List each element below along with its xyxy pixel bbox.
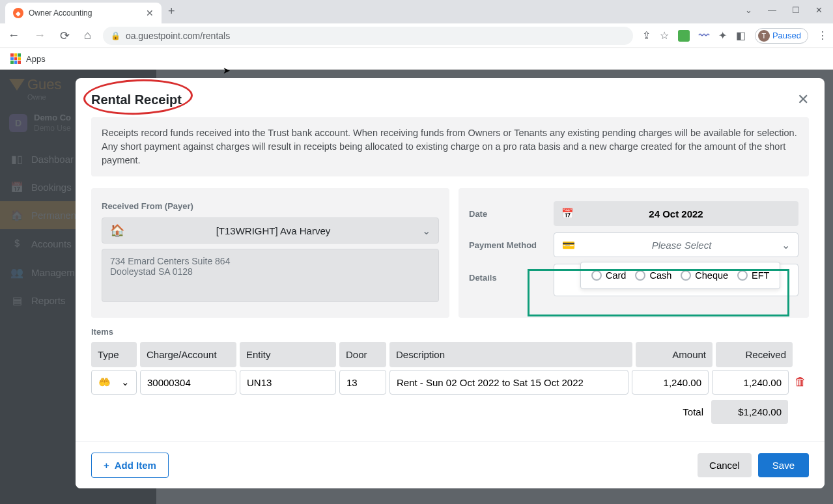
total-row: Total $1,240.00 [91,400,809,424]
radio-icon [635,270,645,281]
bookmark-star-icon[interactable]: ☆ [660,29,669,42]
home-icon[interactable]: ⌂ [81,26,94,45]
calendar-icon: 📅 [561,208,574,219]
card-icon: 💳 [562,239,575,251]
payment-panel: Date 📅 24 Oct 2022 Payment Method 💳 Plea… [459,188,809,318]
chevron-down-icon: ⌄ [422,225,431,237]
date-input[interactable]: 📅 24 Oct 2022 [554,201,798,226]
payment-method-select[interactable]: 💳 Please Select ⌄ [554,232,798,257]
add-item-button[interactable]: + Add Item [91,453,169,478]
total-value: $1,240.00 [711,400,788,424]
bookmarks-bar: Apps [0,48,833,70]
new-tab-button[interactable]: + [162,0,182,23]
th-desc: Description [389,342,632,367]
th-type: Type [91,342,137,367]
payer-label: Received From (Payer) [102,201,439,211]
modal-rental-receipt: Rental Receipt ✕ Receipts record funds r… [76,78,825,488]
paused-label: Paused [772,31,801,40]
info-box: Receipts record funds received into the … [91,117,809,176]
close-icon[interactable]: ✕ [797,91,809,108]
extension-2-icon[interactable]: 〰 [699,30,709,42]
amount-input[interactable]: 1,240.00 [632,370,709,395]
payer-address[interactable] [102,249,439,302]
favicon-icon: ◆ [13,8,23,18]
browser-tab[interactable]: ◆ Owner Accounting ✕ [5,3,162,23]
extensions-icon[interactable]: ✦ [718,29,727,42]
radio-eft[interactable]: EFT [737,270,769,281]
address-bar: ← → ⟳ ⌂ 🔒 oa.guestpoint.com/rentals ⇪ ☆ … [0,23,833,48]
date-label: Date [469,209,547,219]
minimize-icon[interactable]: — [768,5,776,15]
radio-icon [737,270,748,281]
payer-value: [T13WRIGHT] Ava Harvey [131,225,416,236]
charge-input[interactable]: 30000304 [140,370,236,395]
method-placeholder: Please Select [582,240,782,251]
save-button[interactable]: Save [758,453,809,477]
tab-title: Owner Accounting [29,8,92,18]
chevron-down-icon: ⌄ [121,376,130,388]
radio-cash[interactable]: Cash [635,270,671,281]
details-input[interactable]: Card Cash Cheque EFT [554,264,798,296]
back-icon[interactable]: ← [5,26,22,45]
desc-input[interactable]: Rent - Sun 02 Oct 2022 to Sat 15 Oct 202… [389,370,628,395]
payment-type-dropdown: Card Cash Cheque EFT [580,262,780,289]
profile-avatar-icon: T [758,30,770,42]
modal-title: Rental Receipt [91,92,182,107]
lock-icon: 🔒 [111,31,120,40]
radio-icon [681,270,691,281]
add-item-label: Add Item [115,460,156,471]
received-input[interactable]: 1,240.00 [712,370,789,395]
addr-right: ⇪ ☆ 〰 ✦ ◧ T Paused ⋮ [642,28,828,44]
date-value: 24 Oct 2022 [649,208,703,219]
apps-grid-icon[interactable] [10,53,21,64]
browser-chrome: ⌄ — ☐ ✕ ◆ Owner Accounting ✕ + ← → ⟳ ⌂ 🔒… [0,0,833,70]
th-amount: Amount [636,342,713,367]
method-label: Payment Method [469,240,547,250]
menu-dots-icon[interactable]: ⋮ [817,29,828,42]
reload-icon[interactable]: ⟳ [57,26,72,46]
th-entity: Entity [240,342,336,367]
forward-icon[interactable]: → [31,26,48,45]
type-select[interactable]: 🤲⌄ [91,370,137,395]
house-icon: 🏠 [110,223,124,238]
share-icon[interactable]: ⇪ [642,29,651,42]
sidepanel-icon[interactable]: ◧ [736,29,746,42]
radio-cheque[interactable]: Cheque [681,270,728,281]
th-charge: Charge/Account [140,342,236,367]
radio-card[interactable]: Card [591,270,626,281]
items-header-row: Type Charge/Account Entity Door Descript… [91,342,809,367]
items-row: 🤲⌄ 30000304 UN13 13 Rent - Sun 02 Oct 20… [91,370,809,395]
payer-panel: Received From (Payer) 🏠 [T13WRIGHT] Ava … [91,188,449,318]
door-input[interactable]: 13 [339,370,386,395]
th-received: Received [716,342,793,367]
caret-down-icon[interactable]: ⌄ [745,5,752,15]
extension-1-icon[interactable] [678,30,690,42]
apps-label[interactable]: Apps [26,54,46,64]
close-window-icon[interactable]: ✕ [815,5,823,15]
items-label: Items [91,327,809,337]
profile-paused[interactable]: T Paused [755,28,808,44]
tab-close-icon[interactable]: ✕ [146,8,154,18]
total-label: Total [683,406,703,417]
plus-icon: + [104,460,109,471]
radio-icon [591,270,602,281]
payer-select[interactable]: 🏠 [T13WRIGHT] Ava Harvey ⌄ [102,217,439,244]
modal-footer: + Add Item Cancel Save [76,441,825,488]
entity-input[interactable]: UN13 [240,370,336,395]
url-input[interactable]: 🔒 oa.guestpoint.com/rentals [103,27,633,45]
details-label: Details [469,264,547,283]
th-door: Door [339,342,386,367]
chevron-down-icon: ⌄ [782,239,790,251]
trash-icon[interactable]: 🗑 [792,370,809,395]
window-controls: ⌄ — ☐ ✕ [745,5,823,15]
url-text: oa.guestpoint.com/rentals [126,31,230,41]
maximize-icon[interactable]: ☐ [792,5,800,15]
tab-bar: ◆ Owner Accounting ✕ + [0,0,833,23]
cancel-button[interactable]: Cancel [698,453,752,477]
hand-icon: 🤲 [98,376,111,388]
